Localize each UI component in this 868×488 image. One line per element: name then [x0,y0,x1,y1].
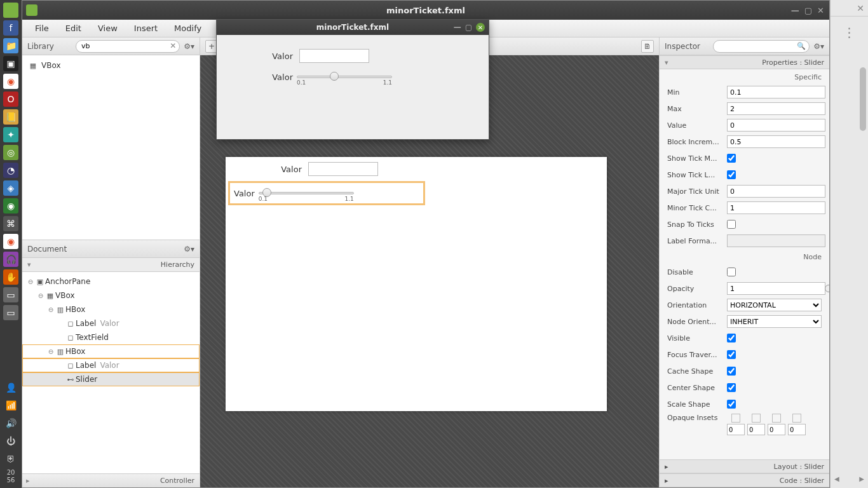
tree-hbox1[interactable]: ⊖▥HBox [22,302,200,316]
preview-maximize-icon[interactable]: ▢ [465,23,472,32]
prop-center-check[interactable] [727,383,736,392]
layout-section-bar[interactable]: ▸ Layout : Slider [660,459,829,473]
prop-showtickl-check[interactable] [727,170,736,179]
inset-4[interactable] [788,424,806,435]
inset-2[interactable] [747,424,765,435]
preview-titlebar[interactable]: minorTicket.fxml — ▢ ✕ [217,20,489,35]
preview-slider[interactable]: 0.1 1.1 [297,69,392,85]
app-a-icon[interactable]: ✦ [3,127,18,142]
minimize-icon[interactable]: — [791,6,799,15]
external-close-icon[interactable]: ✕ [857,3,864,13]
prop-minortick-input[interactable] [727,201,825,214]
task1-icon[interactable]: ▭ [3,287,18,302]
preview-window[interactable]: minorTicket.fxml — ▢ ✕ Valor Valor 0.1 1… [216,19,489,140]
app-b-icon[interactable]: ◎ [3,145,18,160]
hierarchy-bar[interactable]: ▾ Hierarchy [22,258,200,272]
preview-textfield[interactable] [299,49,369,63]
menu-modify[interactable]: Modify [174,24,201,33]
audio-icon[interactable]: 🎧 [3,252,18,267]
arrow-right-icon[interactable]: ▶ [859,475,864,488]
prop-max: Max [660,100,829,117]
prop-majortick-input[interactable] [727,185,825,198]
inspector-search-input[interactable] [713,40,810,53]
chrome2-icon[interactable]: ◉ [3,234,18,249]
prop-showtickm-check[interactable] [727,154,736,163]
inset-1[interactable] [727,424,745,435]
cube-icon[interactable]: ◈ [3,180,18,196]
document-gear-icon[interactable]: ⚙▾ [184,245,194,254]
preview-close-icon[interactable]: ✕ [476,23,485,32]
tree-vbox[interactable]: ⊖▦VBox [22,288,200,302]
titlebar[interactable]: minorTicket.fxml — ▢ ✕ [22,1,829,20]
tool-icon[interactable]: ⌘ [3,216,18,231]
menu-file[interactable]: File [35,24,49,33]
prop-value-input[interactable] [727,119,825,132]
external-scrollbar[interactable] [831,48,868,475]
preview-tick-min: 0.1 [297,79,306,86]
prop-blockinc-input[interactable] [727,135,825,148]
notes-icon[interactable]: 📒 [3,109,18,125]
menu-edit[interactable]: Edit [65,24,81,33]
inset-chk-4[interactable] [792,414,801,423]
hand-icon[interactable]: ✋ [3,269,18,285]
prop-scale-check[interactable] [727,400,736,409]
prop-disable-check[interactable] [727,268,736,276]
prop-labelfmt-input[interactable] [727,234,825,247]
library-gear-icon[interactable]: ⚙▾ [184,42,194,51]
preview-minimize-icon[interactable]: — [454,23,461,32]
design-slider[interactable]: 0.1 1.1 [259,186,354,201]
library-item-vbox[interactable]: ▦ VBox [22,59,200,72]
design-textfield[interactable] [308,162,378,176]
wifi-indicator-icon[interactable]: 📶 [3,398,18,413]
code-section-bar[interactable]: ▸ Code : Slider [660,473,829,487]
prop-visible-check[interactable] [727,334,736,342]
prop-nodeorient-select[interactable]: INHERIT [727,315,822,328]
files-icon[interactable]: 📁 [3,38,18,53]
inset-3[interactable] [768,424,785,435]
prop-max-input[interactable] [727,102,825,115]
library-search-input[interactable] [76,40,180,53]
prop-orientation-select[interactable]: HORIZONTAL [727,299,822,311]
close-icon[interactable]: ✕ [817,6,824,15]
prop-opacity-input[interactable] [727,282,825,295]
tree-hbox2[interactable]: ⊖▥HBox [22,344,200,358]
arrow-left-icon[interactable]: ◀ [834,475,839,488]
inspector-gear-icon[interactable]: ⚙▾ [813,42,824,51]
tree-slider[interactable]: ⊷Slider [22,372,200,386]
tree-label1[interactable]: ◻LabelValor [22,316,200,330]
battery-indicator-icon[interactable]: ⏻ [3,433,18,449]
opera-icon[interactable]: O [3,92,18,107]
task2-icon[interactable]: ▭ [3,305,18,320]
inset-chk-1[interactable] [731,414,740,423]
mint-menu-icon[interactable] [3,3,18,18]
menu-insert[interactable]: Insert [134,24,158,33]
clear-search-icon[interactable]: ✕ [170,41,176,50]
maximize-icon[interactable]: ▢ [804,6,812,15]
tick-max: 1.1 [344,196,353,202]
prop-min-input[interactable] [727,86,825,98]
prop-cache-check[interactable] [727,367,736,376]
sphere-icon[interactable]: ◉ [3,198,18,214]
prop-orientation: OrientationHORIZONTAL [660,297,829,313]
menu-view[interactable]: View [98,24,118,33]
toolbar-doc-button[interactable]: 🗎 [641,40,654,53]
design-surface[interactable]: Valor Valor 0.1 [226,157,607,411]
eclipse-icon[interactable]: ◔ [3,163,18,178]
prop-focus-check[interactable] [727,350,736,359]
controller-bar[interactable]: ▸ Controller [22,473,200,487]
terminal-icon[interactable]: ▣ [3,56,18,71]
properties-section-bar[interactable]: ▾ Properties : Slider [660,55,829,69]
prop-snap-check[interactable] [727,220,736,229]
user-indicator-icon[interactable]: 👤 [3,380,18,395]
inset-chk-3[interactable] [772,414,781,423]
selection-box[interactable]: Valor 0.1 1.1 [228,181,425,205]
chrome-icon[interactable]: ◉ [3,74,18,89]
inset-chk-2[interactable] [752,414,761,423]
volume-indicator-icon[interactable]: 🔊 [3,416,18,431]
kebab-icon[interactable]: ⋮ [831,17,868,48]
tree-textfield[interactable]: ◻TextField [22,330,200,344]
tree-anchorpane[interactable]: ⊖▣AnchorPane [22,274,200,288]
tree-label2[interactable]: ◻LabelValor [22,358,200,372]
shield-indicator-icon[interactable]: ⛨ [3,451,18,466]
facebook-icon[interactable]: f [3,20,18,36]
